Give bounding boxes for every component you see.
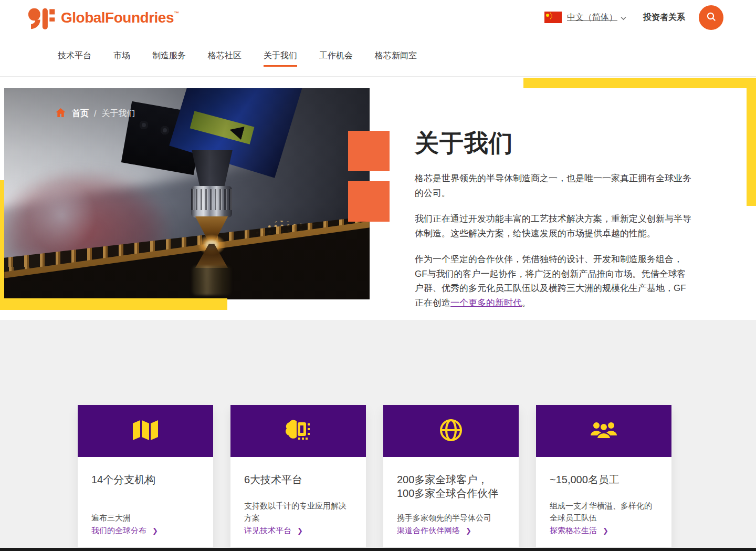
main-nav: 技术平台 市场 制造服务 格芯社区 关于我们 工作机会 格芯新闻室 xyxy=(58,50,439,61)
breadcrumb-home-label[interactable]: 首页 xyxy=(72,108,89,119)
chevron-right-icon: ❯ xyxy=(152,527,158,535)
chevron-down-icon[interactable] xyxy=(621,13,626,23)
footer-top-bar xyxy=(0,548,756,551)
card-link-label: 详见技术平台 xyxy=(244,526,291,536)
card-platforms-body: 6大技术平台 支持数以千计的专业应用解决方案 详见技术平台❯ xyxy=(230,457,366,547)
investor-relations-link[interactable]: 投资者关系 xyxy=(643,12,685,23)
card-text: 遍布三大洲 xyxy=(91,512,200,524)
card-customers-header xyxy=(383,405,519,457)
language-selector[interactable]: 中文（简体） xyxy=(567,12,617,23)
people-icon xyxy=(590,420,618,443)
card-platforms-header xyxy=(230,405,366,457)
nav-item-gf-community[interactable]: 格芯社区 xyxy=(208,50,242,61)
globalfoundries-logo[interactable]: GlobalFoundries™ xyxy=(28,4,178,35)
card-link-label: 探索格芯生活 xyxy=(550,526,597,536)
card-title: 200多家全球客户，100多家全球合作伙伴 xyxy=(397,473,505,501)
nav-item-manufacturing-services[interactable]: 制造服务 xyxy=(152,50,186,61)
card-employees: ~15,000名员工 组成一支才华横溢、多样化的全球员工队伍 探索格芯生活❯ xyxy=(536,405,671,547)
hero-section: 首页 / 关于我们 关于我们 格芯是世界领先的半导体制造商之一，也是唯一一家真正… xyxy=(0,77,756,320)
search-icon xyxy=(706,12,717,24)
yellow-strip-left-decoration xyxy=(0,180,4,310)
nav-item-technology-platforms[interactable]: 技术平台 xyxy=(58,50,91,61)
chevron-right-icon: ❯ xyxy=(297,527,303,535)
card-customers: 200多家全球客户，100多家全球合作伙伴 携手多家领先的半导体公司 渠道合作伙… xyxy=(383,405,519,547)
card-bottom: 遍布三大洲 我们的全球分布❯ xyxy=(91,512,200,536)
global-footprint-link[interactable]: 我们的全球分布❯ xyxy=(91,526,158,536)
card-bottom: 支持数以千计的专业应用解决方案 详见技术平台❯ xyxy=(244,500,352,536)
nav-item-careers[interactable]: 工作机会 xyxy=(319,50,353,61)
chevron-right-icon: ❯ xyxy=(466,527,471,535)
china-flag-icon xyxy=(544,12,562,23)
technology-platforms-link[interactable]: 详见技术平台❯ xyxy=(244,526,303,536)
orange-square-decoration xyxy=(348,131,390,171)
home-icon xyxy=(56,108,66,119)
nav-item-about-us[interactable]: 关于我们 xyxy=(264,50,297,61)
site-header: GlobalFoundries™ 中文（简体） 投资者关系 xyxy=(0,0,756,77)
yellow-bar-right-decoration xyxy=(747,78,756,206)
nav-item-markets[interactable]: 市场 xyxy=(113,50,130,61)
intro-paragraph-1: 格芯是世界领先的半导体制造商之一，也是唯一一家真正拥有全球业务的公司。 xyxy=(415,171,694,200)
hero-photo-laser-cutting: 首页 / 关于我们 xyxy=(4,88,370,299)
stats-section: 14个分支机构 遍布三大洲 我们的全球分布❯ xyxy=(0,320,756,551)
breadcrumb: 首页 / 关于我们 xyxy=(56,108,135,119)
photo-layer-dark-tint xyxy=(4,88,370,299)
partner-network-link[interactable]: 渠道合作伙伴网络❯ xyxy=(397,526,471,536)
yellow-bar-top-decoration xyxy=(523,78,756,88)
card-locations-header xyxy=(78,405,213,457)
intro-paragraph-3-period: 。 xyxy=(522,298,531,308)
card-text: 支持数以千计的专业应用解决方案 xyxy=(244,500,352,524)
card-text: 携手多家领先的半导体公司 xyxy=(397,512,505,524)
logo-wordmark: GlobalFoundries™ xyxy=(61,9,178,26)
card-locations-body: 14个分支机构 遍布三大洲 我们的全球分布❯ xyxy=(78,457,213,547)
breadcrumb-current: 关于我们 xyxy=(101,108,135,119)
search-button[interactable] xyxy=(699,5,723,30)
new-era-link[interactable]: 一个更多的新时代 xyxy=(450,298,522,308)
intro-paragraph-3: 作为一个坚定的合作伙伴，凭借独特的设计、开发和制造服务组合，GF与我们的客户一起… xyxy=(415,252,694,310)
life-at-gf-link[interactable]: 探索格芯生活❯ xyxy=(550,526,608,536)
chip-brain-icon xyxy=(284,418,312,444)
yellow-bar-bottom-decoration xyxy=(0,298,227,310)
card-employees-header xyxy=(536,405,671,457)
breadcrumb-separator: / xyxy=(94,109,96,119)
breadcrumb-home[interactable]: 首页 xyxy=(56,108,89,119)
card-title: 6大技术平台 xyxy=(244,473,352,486)
header-utility-bar: 中文（简体） 投资者关系 xyxy=(544,5,723,30)
card-customers-body: 200多家全球客户，100多家全球合作伙伴 携手多家领先的半导体公司 渠道合作伙… xyxy=(383,457,519,547)
chevron-right-icon: ❯ xyxy=(603,527,608,535)
map-icon xyxy=(133,419,158,443)
page-title: 关于我们 xyxy=(415,127,694,160)
card-employees-body: ~15,000名员工 组成一支才华横溢、多样化的全球员工队伍 探索格芯生活❯ xyxy=(536,457,671,547)
intro-paragraph-2: 我们正在通过开发功能丰富的工艺技术解决方案，重新定义创新与半导体制造。这些解决方… xyxy=(415,212,694,241)
card-title: ~15,000名员工 xyxy=(550,473,658,486)
card-link-label: 渠道合作伙伴网络 xyxy=(397,526,460,536)
card-locations: 14个分支机构 遍布三大洲 我们的全球分布❯ xyxy=(78,405,213,547)
gf-logo-icon xyxy=(28,4,56,35)
stat-cards: 14个分支机构 遍布三大洲 我们的全球分布❯ xyxy=(78,405,672,547)
card-text: 组成一支才华横溢、多样化的全球员工队伍 xyxy=(550,500,658,524)
card-title: 14个分支机构 xyxy=(91,473,200,486)
card-link-label: 我们的全球分布 xyxy=(91,526,146,536)
card-bottom: 组成一支才华横溢、多样化的全球员工队伍 探索格芯生活❯ xyxy=(550,500,658,536)
nav-item-newsroom[interactable]: 格芯新闻室 xyxy=(375,50,417,61)
orange-square-decoration xyxy=(348,181,390,222)
trademark-symbol: ™ xyxy=(174,11,179,16)
card-bottom: 携手多家领先的半导体公司 渠道合作伙伴网络❯ xyxy=(397,512,505,536)
card-platforms: 6大技术平台 支持数以千计的专业应用解决方案 详见技术平台❯ xyxy=(230,405,366,547)
about-intro: 关于我们 格芯是世界领先的半导体制造商之一，也是唯一一家真正拥有全球业务的公司。… xyxy=(415,127,694,310)
globe-icon xyxy=(439,418,463,444)
page: GlobalFoundries™ 中文（简体） 投资者关系 xyxy=(0,0,756,551)
